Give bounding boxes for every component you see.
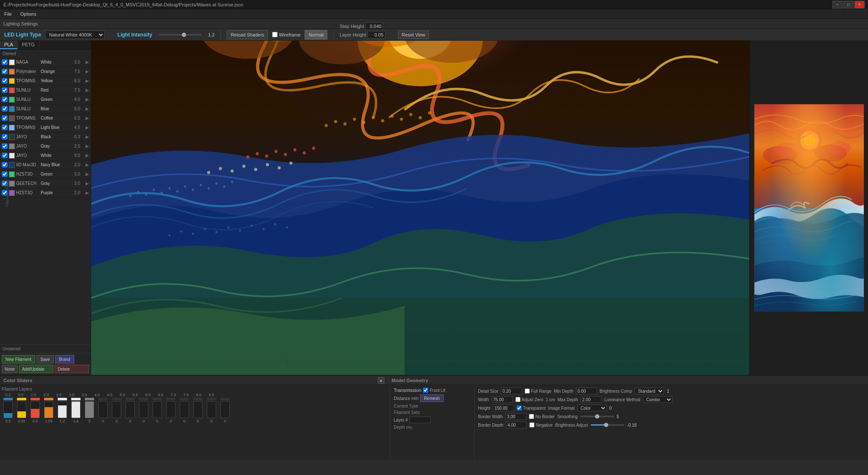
brightness-adjust-slider[interactable] (590, 424, 624, 426)
max-depth-input[interactable] (581, 396, 602, 403)
filament-checkbox-10[interactable] (2, 153, 8, 158)
artwork-preview (754, 104, 864, 312)
min-depth-input[interactable] (576, 388, 597, 394)
reload-shaders-button[interactable]: Reload Shaders (227, 30, 268, 39)
filament-swatch-4 (9, 97, 15, 103)
layer-color-4 (58, 398, 67, 400)
svg-point-53 (274, 223, 277, 226)
svg-point-69 (775, 142, 802, 158)
svg-point-28 (362, 121, 365, 124)
layer-num-input[interactable] (409, 416, 431, 423)
file-menu[interactable]: File (3, 11, 14, 17)
layer-slider-4[interactable]: 1.2 (56, 398, 69, 423)
filament-checkbox-5[interactable] (2, 106, 8, 112)
front-lit-checkbox[interactable] (423, 388, 428, 393)
layer-slider-10[interactable]: 0 (137, 398, 150, 423)
layer-slider-8[interactable]: 0 (110, 398, 123, 423)
delete-button[interactable]: Delete (55, 365, 89, 373)
tab-pla[interactable]: PLA (0, 41, 18, 49)
layer-slider-16[interactable]: 0 (219, 398, 231, 423)
layer-slider-5[interactable]: 1.6 (70, 398, 82, 423)
remesh-button[interactable]: Remesh (420, 394, 443, 402)
wireframe-checkbox-label: Wireframe (272, 32, 300, 37)
svg-point-67 (804, 134, 815, 146)
filament-checkbox-8[interactable] (2, 134, 8, 140)
luminance-method-label: Luminance Method (604, 397, 640, 402)
full-range-checkbox[interactable] (525, 388, 530, 394)
color-sliders-expand-btn[interactable]: ▲ (378, 377, 384, 384)
layer-slider-0[interactable]: 0.5 (2, 398, 14, 423)
border-depth-input[interactable] (506, 422, 527, 428)
none-button[interactable]: None (2, 365, 18, 373)
filament-checkbox-4[interactable] (2, 97, 8, 102)
layer-slider-3[interactable]: 1.05 (42, 398, 55, 423)
wireframe-checkbox[interactable] (272, 32, 278, 37)
filament-checkbox-2[interactable] (2, 78, 8, 84)
layer-fill-5 (72, 402, 80, 418)
layer-slider-14[interactable]: 0 (192, 398, 204, 423)
image-format-select[interactable]: Color (577, 405, 607, 411)
options-menu[interactable]: Options (19, 11, 38, 17)
layer-track-6 (85, 401, 94, 418)
adjust-zero-checkbox[interactable] (515, 397, 520, 402)
layer-height-input[interactable] (367, 31, 385, 39)
add-update-button[interactable]: Add/Update (19, 365, 53, 373)
filament-checkbox-6[interactable] (2, 115, 8, 121)
border-width-input[interactable] (505, 413, 526, 420)
layer-slider-11[interactable]: 0 (151, 398, 164, 423)
layer-fill-3 (45, 407, 53, 418)
normal-button[interactable]: Normal (305, 30, 327, 39)
smoothing-slider[interactable] (580, 416, 614, 417)
filament-checkbox-7[interactable] (2, 125, 8, 130)
height-input[interactable] (493, 405, 514, 411)
led-light-type-label: LED Light Type (4, 32, 41, 38)
led-light-type-select[interactable]: Natural White 4000K (45, 31, 105, 39)
width-input[interactable] (492, 396, 513, 403)
filament-checkbox-11[interactable] (2, 162, 8, 168)
light-intensity-slider[interactable] (159, 34, 201, 36)
border-depth-label: Border Depth (478, 423, 503, 428)
luminance-method-select[interactable]: Combo (643, 396, 673, 403)
brightness-comp-select[interactable]: Standard (634, 388, 664, 394)
filament-swatch-7 (9, 125, 15, 131)
3d-viewport[interactable] (91, 41, 749, 375)
minimize-button[interactable]: − (832, 1, 843, 8)
layer-slider-15[interactable]: 0 (205, 398, 218, 423)
no-border-checkbox[interactable] (529, 414, 534, 419)
image-format-num: 0 (609, 406, 612, 411)
layer-slider-13[interactable]: 0 (178, 398, 191, 423)
tab-petg[interactable]: PETG (18, 41, 39, 49)
layer-slider-6[interactable]: 2 (83, 398, 96, 423)
layer-fill-6 (85, 402, 94, 418)
transparent-checkbox[interactable] (517, 405, 522, 411)
layer-height-input-row: Layer Height (339, 31, 385, 39)
negative-checkbox[interactable] (529, 422, 534, 428)
filament-checkbox-3[interactable] (2, 87, 8, 93)
brand-button[interactable]: Brand (55, 355, 74, 363)
filament-checkbox-0[interactable] (2, 59, 8, 65)
svg-point-48 (215, 231, 218, 234)
layer-slider-1[interactable]: 0.65 (15, 398, 28, 423)
filament-checkbox-12[interactable] (2, 171, 8, 177)
layer-slider-9[interactable]: 0 (124, 398, 136, 423)
layer-slider-2[interactable]: 0.9 (29, 398, 42, 423)
detail-size-input[interactable] (501, 388, 522, 394)
filament-checkbox-9[interactable] (2, 143, 8, 149)
save-button[interactable]: Save (36, 355, 54, 363)
restore-button[interactable]: □ (843, 1, 854, 8)
new-filament-button[interactable]: New Filament (2, 355, 35, 363)
layer-track-12 (166, 401, 175, 418)
layer-slider-7[interactable]: 0 (97, 398, 109, 423)
layer-slider-12[interactable]: 0 (164, 398, 177, 423)
title-bar: E:/Projects/HueForge/build-HueForge-Desk… (0, 0, 868, 9)
layer-color-0 (3, 398, 13, 400)
filament-sets-label: Filament Sets (394, 410, 420, 415)
filament-row: TPOIMNS Coffee 6.5 ▶ (0, 114, 91, 123)
close-button[interactable]: × (854, 1, 865, 8)
filament-row: GEETECH Gray 3.0 ▶ (0, 179, 91, 188)
filament-checkbox-1[interactable] (2, 69, 8, 74)
filament-row: SUNLU Red 7.5 ▶ (0, 86, 91, 95)
step-height-input[interactable] (365, 22, 383, 30)
reset-view-button[interactable]: Reset View (398, 31, 429, 39)
adjust-zero-checkbox-label: Adjust Zero (515, 397, 543, 402)
